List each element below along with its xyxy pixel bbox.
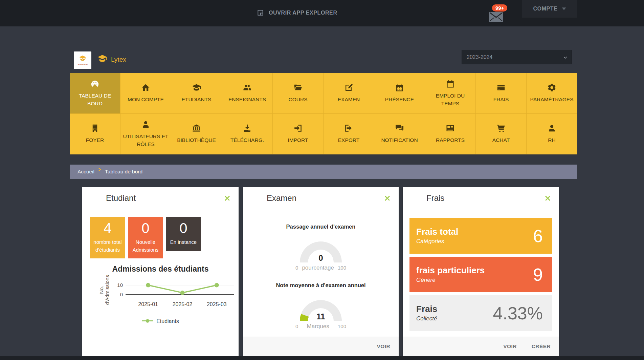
menu-item-etudiants[interactable]: ETUDIANTS — [171, 73, 222, 114]
menu-item-notification[interactable]: NOTIFICATION — [374, 114, 425, 154]
admissions-line-chart: No.d'Admissions0102025-012025-022025-03 — [82, 275, 239, 310]
gauge-min: 0 — [295, 323, 298, 329]
fees-tile-info: frais particuliersGénéré — [416, 266, 533, 284]
brand-name: Lytex — [111, 56, 126, 63]
menu-item-label: ETUDIANTS — [179, 96, 214, 103]
close-icon[interactable] — [384, 195, 391, 202]
menu-item-label: COURS — [286, 96, 310, 103]
menu-item-rh[interactable]: RH — [527, 114, 577, 154]
messages-button[interactable]: 99+ — [489, 4, 510, 24]
fees-tile-frais-particuliers-genere: frais particuliersGénéré9 — [409, 257, 552, 292]
menu-item-parametrages[interactable]: PARAMÉTRAGES — [527, 73, 577, 114]
fees-widget-footer: VOIR CRÉER — [403, 337, 559, 356]
svg-text:0: 0 — [120, 292, 123, 297]
svg-text:2025-03: 2025-03 — [207, 301, 227, 307]
gauge-max: 100 — [338, 323, 346, 329]
menu-item-label: ENSEIGNANTS — [226, 96, 268, 103]
menu-item-label: RH — [546, 136, 558, 144]
breadcrumb: Accueil Tableau de bord — [70, 165, 577, 179]
close-icon[interactable] — [545, 195, 551, 202]
bank-icon — [192, 124, 201, 133]
menu-item-foyer[interactable]: FOYER — [70, 114, 120, 154]
create-button[interactable]: CRÉER — [532, 343, 551, 350]
menu-item-emploi-du-temps[interactable]: EMPLOI DU TEMPS — [425, 73, 476, 114]
menu-item-label: IMPORT — [286, 136, 311, 144]
student-widget-header: Etudiant — [82, 187, 239, 209]
menu-item-frais[interactable]: FRAIS — [476, 73, 527, 114]
menu-item-achat[interactable]: ACHAT — [476, 114, 527, 154]
exam-widget: Examen Passage annuel d'examen00pourcent… — [243, 187, 399, 356]
school-logo-text: Schooloo — [77, 63, 88, 65]
menu-item-label: EMPLOI DU TEMPS — [425, 92, 475, 108]
chevron-down-icon — [563, 55, 568, 61]
gear-icon — [547, 83, 556, 92]
user-icon — [547, 124, 556, 133]
gauge-title: Note moyenne à d'examen annuel — [243, 282, 399, 289]
stat-value: 0 — [129, 221, 162, 236]
breadcrumb-home-link[interactable]: Accueil — [77, 169, 94, 175]
gauge-unit: pourcentage — [302, 264, 334, 271]
svg-text:No.d'Admissions: No.d'Admissions — [98, 275, 110, 305]
fees-tile-frais-total-categories: Frais totalCatégories6 — [409, 218, 552, 254]
svg-text:2025-01: 2025-01 — [138, 301, 158, 307]
svg-text:0: 0 — [318, 253, 323, 262]
menu-item-utilisateurs-et-roles[interactable]: UTILISATEURS ET RÔLES — [120, 114, 171, 154]
mail-badge: 99+ — [492, 4, 507, 12]
fees-tile-info: FraisCollecté — [416, 304, 493, 322]
sign-out-icon — [344, 124, 353, 133]
menu-item-label: ACHAT — [490, 136, 512, 144]
fees-widget: Frais Frais totalCatégories6frais partic… — [403, 187, 559, 356]
fees-tile-title: frais particuliers — [416, 266, 533, 275]
legend-label: Etudiants — [156, 318, 179, 324]
gauge-max: 100 — [338, 265, 346, 271]
menu-item-examen[interactable]: EXAMEN — [324, 73, 374, 114]
menu-item-import[interactable]: IMPORT — [273, 114, 324, 154]
view-button[interactable]: VOIR — [377, 343, 391, 350]
menu-item-tableau-de-bord[interactable]: TABLEAU DE BORD — [70, 73, 120, 114]
open-app-explorer-button[interactable]: OUVRIR APP EXPLORER — [257, 9, 337, 17]
fees-widget-header: Frais — [403, 187, 559, 209]
menu-item-label: BIBLIOTHÈQUE — [175, 136, 218, 144]
open-app-explorer-label: OUVRIR APP EXPLORER — [269, 10, 337, 16]
legend-marker-icon — [142, 318, 153, 324]
building-icon — [90, 124, 99, 133]
student-widget: Etudiant 4nombre total d'étudiants0Nouve… — [82, 187, 239, 356]
graduation-cap-icon — [192, 83, 201, 92]
school-logo[interactable]: Schooloo — [74, 51, 91, 69]
school-logo-icon — [79, 56, 87, 63]
menu-item-label: EXPORT — [336, 136, 362, 144]
view-button[interactable]: VOIR — [503, 343, 517, 350]
menu-item-label: EXAMEN — [335, 96, 362, 103]
menu-item-cours[interactable]: COURS — [273, 73, 324, 114]
menu-item-mon-compte[interactable]: MON COMPTE — [120, 73, 171, 114]
gauge-arc: 11 — [243, 291, 399, 324]
gauge-unit: Marques — [307, 323, 329, 330]
menu-item-bibliotheque[interactable]: BIBLIOTHÈQUE — [171, 114, 222, 154]
student-stats: 4nombre total d'étudiants0Nouvelle Admis… — [90, 217, 232, 258]
account-menu-button[interactable]: COMPTE — [522, 0, 577, 18]
menu-item-enseignants[interactable]: ENSEIGNANTS — [222, 73, 273, 114]
menu-item-rapports[interactable]: RAPPORTS — [425, 114, 476, 154]
exam-gauges: Passage annuel d'examen00pourcentage100N… — [243, 224, 399, 330]
menu-item-label: NOTIFICATION — [379, 136, 420, 144]
users-icon — [243, 83, 252, 92]
menu-item-export[interactable]: EXPORT — [324, 114, 374, 154]
year-select-value: 2023-2024 — [467, 54, 493, 60]
exam-widget-title: Examen — [243, 193, 384, 203]
student-stat-tile-nombre-total-d-etudiants: 4nombre total d'étudiants — [90, 217, 125, 258]
stat-label: Nouvelle Admissions — [129, 238, 162, 254]
fees-tile-subtitle: Collecté — [416, 315, 493, 322]
close-icon[interactable] — [224, 195, 230, 202]
year-select[interactable]: 2023-2024 — [462, 50, 572, 64]
fees-tile-info: Frais totalCatégories — [416, 227, 533, 245]
svg-text:11: 11 — [316, 312, 325, 321]
chevron-right-icon — [98, 168, 101, 171]
menu-item-telecharg[interactable]: TÉLÉCHARG. — [222, 114, 273, 154]
svg-text:2025-02: 2025-02 — [173, 301, 193, 307]
home-icon — [141, 83, 150, 92]
gauge-note-moyenne-a-d-examen-annuel: Note moyenne à d'examen annuel110Marques… — [243, 282, 399, 330]
main-menu: TABLEAU DE BORDMON COMPTEETUDIANTSENSEIG… — [70, 73, 577, 154]
menu-item-presence[interactable]: PRÉSENCE — [374, 73, 425, 114]
chart-legend[interactable]: Etudiants — [82, 318, 239, 324]
stat-value: 4 — [91, 221, 125, 236]
